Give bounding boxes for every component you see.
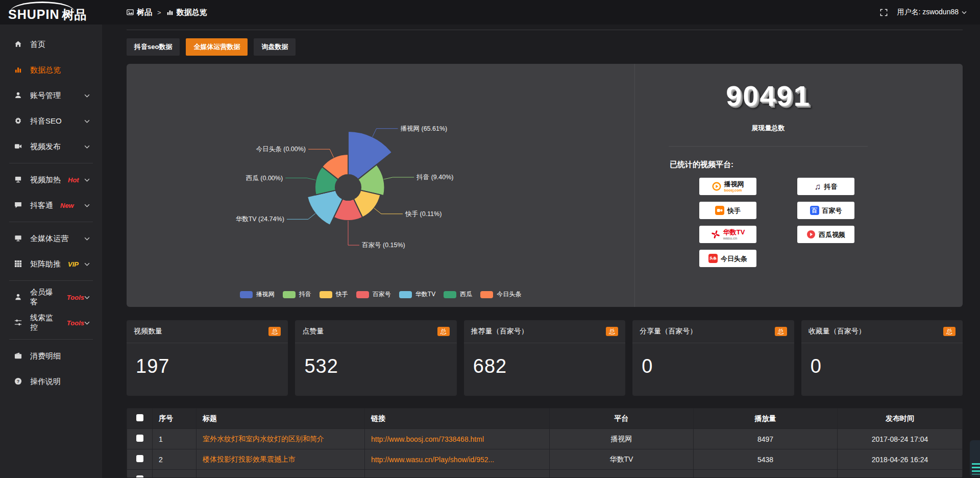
- xigua-logo-icon: [806, 230, 816, 239]
- cell-link[interactable]: http://www.wasu.cn/Play/show/id/952...: [365, 449, 550, 470]
- pie-slice-华数TV[interactable]: [307, 190, 342, 225]
- svg-text:?: ?: [17, 379, 19, 384]
- cell-title[interactable]: 楼体投影灯投影效果震撼上市: [197, 449, 365, 470]
- total-badge[interactable]: 总: [775, 327, 787, 336]
- legend-item-播视网[interactable]: 播视网: [240, 290, 275, 299]
- col-header-time: 发布时间: [838, 409, 963, 429]
- total-badge[interactable]: 总: [268, 327, 281, 336]
- pie-label: 抖音 (9.40%): [416, 174, 453, 181]
- sidebar-item-gear[interactable]: 抖音SEO: [0, 108, 102, 134]
- cell-platform: 播视网: [550, 429, 694, 449]
- sidebar-item-label: 线索监控: [30, 313, 60, 332]
- platform-logo-grid: 播视网boosj.com♫抖音快手百百家号华数TVwasu.cn西瓜视频头条今日…: [699, 178, 878, 267]
- wallet-icon: [14, 352, 22, 360]
- sidebar-item-sliders[interactable]: 线索监控Tools: [0, 310, 102, 336]
- total-badge[interactable]: 总: [606, 327, 618, 336]
- legend-item-百家号[interactable]: 百家号: [356, 290, 391, 299]
- stat-card-收藏量（百家号）: 收藏量（百家号）总0: [801, 320, 963, 396]
- monitor-icon: [14, 234, 22, 243]
- sidebar-item-monitor[interactable]: 全媒体运营: [0, 226, 102, 251]
- rose-chart[interactable]: 播视网 (65.61%)抖音 (9.40%)快手 (0.11%)百家号 (0.1…: [127, 64, 634, 304]
- stat-card-点赞量: 点赞量总532: [295, 320, 456, 396]
- sidebar-item-home[interactable]: 首页: [0, 32, 102, 57]
- legend-item-西瓜[interactable]: 西瓜: [444, 290, 472, 299]
- chevron-down-icon: [84, 237, 90, 241]
- sidebar-item-question[interactable]: ?操作说明: [0, 369, 102, 394]
- pie-label: 今日头条 (0.00%): [256, 146, 306, 153]
- legend-label: 快手: [336, 290, 348, 299]
- stat-card-value: 0: [801, 343, 963, 390]
- rose-chart-container: 播视网 (65.61%)抖音 (9.40%)快手 (0.11%)百家号 (0.1…: [127, 64, 634, 307]
- stat-card-label: 收藏量（百家号）: [808, 327, 866, 336]
- platform-name: 播视网: [724, 181, 744, 187]
- row-checkbox[interactable]: [136, 455, 143, 462]
- chevron-down-icon: [84, 296, 90, 299]
- col-header-link: 链接: [365, 409, 550, 429]
- chevron-down-icon: [962, 11, 967, 14]
- person-icon: [14, 293, 22, 301]
- kuaishou-logo-icon: [715, 206, 724, 215]
- tab-抖音seo数据[interactable]: 抖音seo数据: [127, 38, 180, 56]
- topbar-right: 用户名: zswodun88: [880, 8, 980, 17]
- row-checkbox[interactable]: [136, 435, 143, 442]
- col-header-no: 序号: [153, 409, 197, 429]
- sidebar-item-chat[interactable]: 抖客通New: [0, 193, 102, 218]
- platform-name: 西瓜视频: [819, 231, 845, 238]
- user-menu[interactable]: 用户名: zswodun88: [897, 8, 967, 17]
- sidebar-item-label: 抖客通: [30, 201, 53, 210]
- tab-全媒体运营数据[interactable]: 全媒体运营数据: [186, 38, 248, 56]
- total-badge[interactable]: 总: [943, 327, 955, 336]
- legend-label: 西瓜: [460, 290, 472, 299]
- breadcrumb-root[interactable]: 树品: [127, 8, 152, 17]
- main-content: 抖音seo数据全媒体运营数据询盘数据 播视网 (65.61%)抖音 (9.40%…: [102, 25, 980, 478]
- floating-helper-widget[interactable]: [970, 440, 980, 477]
- legend-label: 播视网: [256, 290, 275, 299]
- legend-item-抖音[interactable]: 抖音: [283, 290, 311, 299]
- col-header-platform: 平台: [550, 409, 694, 429]
- video-table: 序号标题链接平台播放量发布时间 1室外水纹灯和室内水纹灯的区别和简介http:/…: [127, 408, 963, 477]
- sidebar-item-label: 账号管理: [30, 91, 61, 101]
- sidebar-item-label: 抖音SEO: [30, 116, 62, 126]
- cell-time: 2017-08-24 17:04: [838, 429, 963, 449]
- sidebar-item-label: 视频发布: [30, 142, 61, 152]
- music-note-glyph: ♫: [815, 182, 821, 191]
- row-checkbox[interactable]: [136, 475, 143, 477]
- platform-badge-百家号: 百百家号: [797, 202, 854, 219]
- sidebar-item-badge: Hot: [68, 176, 79, 184]
- sidebar-item-person[interactable]: 会员爆客Tools: [0, 284, 102, 310]
- grid-icon: [14, 260, 22, 268]
- cell-link[interactable]: http://www.boosj.com/7338468.html: [365, 429, 550, 449]
- stat-card-label: 视频数量: [134, 327, 162, 336]
- total-badge[interactable]: 总: [437, 327, 450, 336]
- platform-badge-华数TV: 华数TVwasu.cn: [699, 226, 756, 243]
- sidebar-item-heat-screen[interactable]: 视频加热Hot: [0, 167, 102, 193]
- fullscreen-icon[interactable]: [880, 9, 888, 16]
- heat-screen-icon: [14, 176, 22, 184]
- sidebar-item-grid[interactable]: 矩阵助推VIP: [0, 251, 102, 277]
- legend-label: 华数TV: [415, 290, 435, 299]
- sidebar: 首页数据总览账号管理抖音SEO视频发布视频加热Hot抖客通New全媒体运营矩阵助…: [0, 25, 102, 478]
- cell-title[interactable]: 室外水纹灯和室内水纹灯的区别和简介: [197, 429, 365, 449]
- user-icon: [14, 91, 22, 100]
- platform-name: 百家号: [822, 207, 842, 214]
- sidebar-divider: [9, 280, 93, 281]
- platform-badge-播视网: 播视网boosj.com: [699, 178, 756, 195]
- chevron-down-icon: [84, 262, 90, 266]
- legend-item-华数TV[interactable]: 华数TV: [399, 290, 435, 299]
- select-all-checkbox[interactable]: [136, 414, 143, 421]
- breadcrumb-current-label: 数据总览: [177, 8, 207, 17]
- legend-item-快手[interactable]: 快手: [320, 290, 348, 299]
- sidebar-item-user[interactable]: 账号管理: [0, 83, 102, 108]
- overview-panel: 播视网 (65.61%)抖音 (9.40%)快手 (0.11%)百家号 (0.1…: [127, 64, 963, 307]
- content-divider: [127, 30, 963, 30]
- sidebar-item-video[interactable]: 视频发布: [0, 134, 102, 159]
- stat-card-视频数量: 视频数量总197: [127, 320, 288, 396]
- breadcrumb-current[interactable]: 数据总览: [166, 8, 207, 17]
- stat-cards-row: 视频数量总197点赞量总532推荐量（百家号）总682分享量（百家号）总0收藏量…: [127, 320, 963, 396]
- cell-views: 5438: [694, 449, 838, 470]
- sidebar-item-bar-chart[interactable]: 数据总览: [0, 57, 102, 83]
- legend-item-今日头条[interactable]: 今日头条: [480, 290, 521, 299]
- stat-card-label: 推荐量（百家号）: [471, 327, 528, 336]
- sidebar-item-wallet[interactable]: 消费明细: [0, 343, 102, 369]
- tab-询盘数据[interactable]: 询盘数据: [254, 38, 296, 56]
